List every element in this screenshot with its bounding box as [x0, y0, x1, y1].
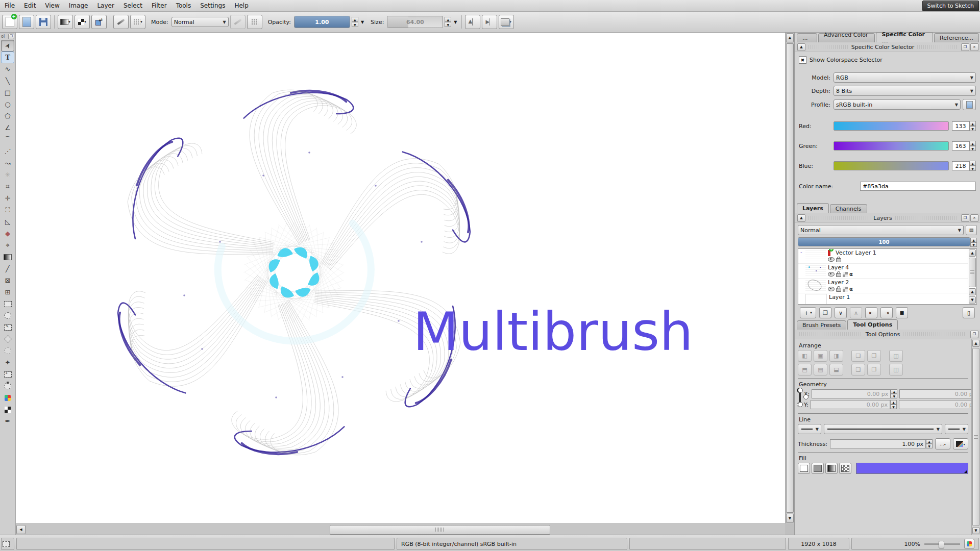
- layer-blend-mode-select[interactable]: Normal ▼: [798, 225, 964, 235]
- layer-row[interactable]: Layer 2 α: [798, 279, 968, 293]
- blue-value[interactable]: 218: [952, 161, 969, 170]
- align-vcenter-button[interactable]: ▤: [814, 364, 827, 375]
- collapse-icon[interactable]: ▲: [797, 214, 805, 222]
- vertical-scroll-thumb[interactable]: [786, 43, 794, 513]
- tool-edit-shapes[interactable]: ∿: [1, 63, 14, 75]
- tool-multibrush[interactable]: ✳: [1, 169, 14, 181]
- menu-edit[interactable]: Edit: [19, 2, 40, 9]
- visibility-icon[interactable]: [828, 257, 835, 262]
- visibility-icon[interactable]: [828, 272, 835, 277]
- send-back-button[interactable]: ❒: [867, 364, 881, 375]
- size-spinner[interactable]: ▲▼: [445, 17, 451, 27]
- size-dropdown-icon[interactable]: ▼: [454, 20, 457, 24]
- tool-move[interactable]: ✛: [1, 192, 14, 204]
- lock-icon[interactable]: [836, 273, 841, 277]
- menu-file[interactable]: File: [0, 2, 19, 9]
- layer-row[interactable]: Layer 4 α: [798, 264, 968, 279]
- tool-select-paint[interactable]: ✎: [1, 321, 14, 333]
- tool-bezier[interactable]: ⌒: [1, 134, 14, 145]
- red-spinner[interactable]: ▲▼: [969, 121, 976, 131]
- opacity-dropdown-icon[interactable]: ▼: [361, 20, 364, 24]
- tab-tool-options[interactable]: Tool Options: [847, 319, 898, 330]
- visibility-icon[interactable]: [828, 287, 835, 291]
- fill-pattern-button[interactable]: [839, 463, 851, 474]
- menu-filter[interactable]: Filter: [147, 2, 172, 9]
- line-style-select[interactable]: ▼: [824, 424, 942, 434]
- color-name-input[interactable]: [860, 182, 976, 191]
- mirror-vertical-button[interactable]: ▶: [482, 15, 497, 29]
- tool-rectangle[interactable]: □: [1, 87, 14, 98]
- tool-color-picker[interactable]: ⌖: [1, 239, 14, 251]
- scroll-down-icon[interactable]: ▼: [786, 514, 794, 523]
- fill-gradient-button[interactable]: [825, 463, 838, 474]
- raise-shape-button[interactable]: ❏: [851, 350, 865, 362]
- alpha-lock-icon[interactable]: α: [849, 272, 853, 277]
- tab-brush-presets[interactable]: Brush Presets: [797, 320, 846, 330]
- menu-help[interactable]: Help: [230, 2, 253, 9]
- move-layer-up-button[interactable]: ∧: [850, 307, 862, 318]
- preserve-alpha-button[interactable]: [247, 15, 262, 29]
- model-select[interactable]: RGB ▼: [834, 72, 976, 83]
- align-bottom-button[interactable]: ⬓: [829, 364, 843, 375]
- tool-calligraphy[interactable]: ✒: [1, 415, 14, 427]
- layer-row[interactable]: - Vector Layer 1: [798, 249, 968, 264]
- layer-row[interactable]: Layer 1: [798, 293, 968, 305]
- bring-front-button[interactable]: ❐: [867, 350, 881, 362]
- canvas-horizontal-scrollbar[interactable]: ◀: [16, 523, 785, 535]
- tab-reference[interactable]: Reference...: [934, 33, 979, 42]
- align-hcenter-button[interactable]: ▣: [814, 350, 827, 362]
- profile-info-button[interactable]: [963, 99, 976, 110]
- scroll-up-icon[interactable]: ▲: [972, 340, 979, 347]
- y-position-field[interactable]: [811, 400, 890, 409]
- tab-channels[interactable]: Channels: [830, 204, 867, 213]
- canvas-vertical-scrollbar[interactable]: ▲ ▼: [785, 33, 794, 523]
- delete-layer-button[interactable]: ▯: [963, 307, 975, 318]
- float-icon[interactable]: ❐: [961, 43, 969, 51]
- red-slider[interactable]: [834, 121, 949, 131]
- blending-mode-select[interactable]: Normal ▼: [172, 17, 229, 27]
- close-icon[interactable]: ×: [970, 43, 978, 51]
- tab-more[interactable]: ...: [797, 33, 817, 42]
- tool-select-ellipse[interactable]: [1, 310, 14, 321]
- float-icon[interactable]: ❐: [8, 34, 14, 39]
- size-slider[interactable]: 64.00: [387, 16, 443, 28]
- scroll-up-icon[interactable]: ▲: [969, 288, 976, 295]
- gradient-chooser-button[interactable]: ▾: [58, 15, 73, 29]
- line-start-select[interactable]: ▼: [798, 424, 821, 434]
- duplicate-layer-button[interactable]: ❐: [819, 307, 831, 318]
- lock-icon[interactable]: [836, 258, 841, 262]
- stroke-color-button[interactable]: ▾: [953, 438, 968, 449]
- profile-select[interactable]: sRGB built-in ▼: [834, 99, 961, 110]
- line-end-select[interactable]: ▼: [945, 424, 968, 434]
- new-document-button[interactable]: [2, 15, 17, 29]
- fill-none-button[interactable]: [798, 463, 810, 474]
- menu-view[interactable]: View: [40, 2, 64, 9]
- fill-solid-button[interactable]: [812, 463, 824, 474]
- depth-select[interactable]: 8 Bits ▼: [834, 86, 976, 96]
- brush-preset-button[interactable]: [113, 15, 129, 29]
- line-options-button[interactable]: ...▾: [935, 438, 950, 449]
- tool-select-rect[interactable]: [1, 298, 14, 310]
- open-document-button[interactable]: [19, 15, 34, 29]
- tool-pattern-edit[interactable]: [1, 404, 14, 415]
- zoom-slider-knob[interactable]: [939, 541, 944, 548]
- fill-color-swatch[interactable]: [856, 463, 968, 474]
- eraser-mode-button[interactable]: [230, 15, 246, 29]
- tool-select-magnetic[interactable]: [1, 380, 14, 392]
- layer-opacity-slider[interactable]: 100: [798, 237, 970, 246]
- tab-layers[interactable]: Layers: [797, 203, 829, 213]
- export-layer-button[interactable]: ⇥: [880, 307, 893, 318]
- scroll-down-icon[interactable]: ▼: [969, 296, 976, 304]
- zoom-slider[interactable]: [924, 543, 960, 545]
- green-slider[interactable]: [834, 141, 949, 151]
- x-position-field[interactable]: [812, 389, 891, 398]
- blue-slider[interactable]: [834, 161, 949, 170]
- lower-shape-button[interactable]: ❑: [851, 364, 865, 375]
- tab-specific-color[interactable]: Specific Color ...: [876, 32, 933, 42]
- tool-gradient[interactable]: [1, 251, 14, 263]
- tool-assistants[interactable]: [1, 392, 14, 404]
- show-colorspace-checkbox[interactable]: ✖: [799, 56, 806, 64]
- tool-perspective-grid[interactable]: ⊠: [1, 274, 14, 286]
- switch-to-sketch-button[interactable]: Switch to Sketch: [922, 1, 979, 11]
- blue-spinner[interactable]: ▲▼: [969, 161, 976, 171]
